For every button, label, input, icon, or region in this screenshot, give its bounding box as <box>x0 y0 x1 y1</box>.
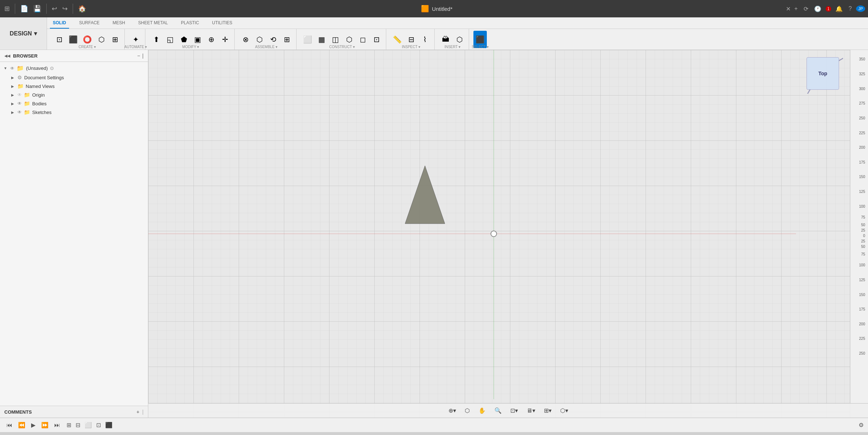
midplane-button[interactable]: ▦ <box>315 31 328 48</box>
ruler-200b: 200 <box>859 322 865 326</box>
curvature-button[interactable]: ⌇ <box>418 31 431 48</box>
midpoint-button[interactable]: ⊡ <box>370 31 383 48</box>
timeline-icon4[interactable]: ⊡ <box>95 420 102 430</box>
svg-point-4 <box>491 231 497 237</box>
end-button[interactable]: ⏭ <box>52 421 62 429</box>
design-button[interactable]: DESIGN ▾ <box>0 17 47 50</box>
home-icon[interactable]: 🏠 <box>77 3 88 14</box>
tree-eye-sketches[interactable]: 👁 <box>17 110 22 115</box>
ruler-150b: 150 <box>859 293 865 297</box>
tree-item-origin[interactable]: ▶ 👁 📁 Origin <box>0 90 148 99</box>
modify-group: ⬆ ◱ ⬟ ▣ ⊕ ✛ MODIFY ▾ <box>147 29 235 50</box>
tab-solid[interactable]: SOLID <box>50 17 69 29</box>
tangent-plane-icon: ⬡ <box>346 35 352 44</box>
browser-collapse[interactable]: ◀◀ <box>4 54 10 58</box>
select-label: SELECT ▾ <box>472 45 489 49</box>
undo-icon[interactable]: ↩ <box>50 3 59 14</box>
grid-icon[interactable]: ⊞ <box>3 3 11 14</box>
pattern-button[interactable]: ⊞ <box>109 31 122 48</box>
tree-item-doc-settings[interactable]: ▶ ⚙ Document Settings <box>0 73 148 82</box>
browser-minus[interactable]: − <box>137 53 140 59</box>
timeline-icon2[interactable]: ⊟ <box>74 420 82 430</box>
ruler-125b: 125 <box>859 278 865 282</box>
ruler-250b: 250 <box>859 351 865 355</box>
rewind-button[interactable]: ⏮ <box>4 421 14 429</box>
display-settings-button[interactable]: 🖥▾ <box>524 406 537 415</box>
combine-button[interactable]: ⊕ <box>205 31 218 48</box>
tree-eye-bodies[interactable]: 👁 <box>17 101 22 106</box>
browser-actions: − | <box>137 53 144 59</box>
extrude-button[interactable]: ⬛ <box>67 31 80 48</box>
plus-icon[interactable]: + <box>793 4 799 13</box>
tree-label-unsaved: (Unsaved) <box>26 66 48 71</box>
asbuilt-button[interactable]: ⊞ <box>280 31 293 48</box>
plane-path-button[interactable]: ◻ <box>356 31 369 48</box>
view-cube[interactable]: Top <box>807 57 843 93</box>
ruler-75b: 75 <box>861 252 865 256</box>
automate-icon: ✦ <box>133 35 139 44</box>
tab-surface[interactable]: SURFACE <box>76 17 103 29</box>
new-sketch-button[interactable]: ⊡ <box>53 31 66 48</box>
press-pull-button[interactable]: ⬆ <box>150 31 163 48</box>
joint-button[interactable]: ⊗ <box>239 31 252 48</box>
midplane-icon: ▦ <box>318 35 325 44</box>
help-icon[interactable]: ? <box>847 4 853 13</box>
tab-mesh[interactable]: MESH <box>110 17 128 29</box>
tree-item-named-views[interactable]: ▶ 📁 Named Views <box>0 82 148 90</box>
tree-arrow-root: ▼ <box>3 66 8 70</box>
tree-item-sketches[interactable]: ▶ 👁 📁 Sketches <box>0 108 148 117</box>
tree-eye-origin[interactable]: 👁 <box>17 92 22 97</box>
tree-item-root[interactable]: ▼ 👁 📁 (Unsaved) ⊙ <box>0 63 148 73</box>
section-icon: ⊟ <box>408 35 414 44</box>
tree-record-icon: ⊙ <box>50 66 54 71</box>
topbar-right: + ⟳ 🕐 1 🔔 ? JP <box>793 4 865 14</box>
move-icon: ✛ <box>222 35 228 44</box>
timeline-icon1[interactable]: ⊞ <box>65 420 73 430</box>
browser-pipe: | <box>142 53 144 59</box>
comments-section: COMMENTS + | <box>0 406 148 418</box>
fillet-button[interactable]: ◱ <box>163 31 176 48</box>
timeline-icon3[interactable]: ⬜ <box>83 420 93 430</box>
canvas-area[interactable]: 350 325 300 275 250 225 200 175 150 125 … <box>148 50 868 418</box>
move-button[interactable]: ✛ <box>218 31 231 48</box>
tree-eye-root[interactable]: 👁 <box>10 66 14 71</box>
grid-settings-button[interactable]: ⊞▾ <box>542 406 554 415</box>
ruler-100b: 100 <box>859 263 865 267</box>
clock-icon[interactable]: 🕐 <box>813 4 823 14</box>
tab-plastic[interactable]: PLASTIC <box>178 17 202 29</box>
user-avatar[interactable]: JP <box>856 5 865 12</box>
tree-label-named-views: Named Views <box>26 84 55 89</box>
file-icon[interactable]: 📄 <box>19 3 30 14</box>
pan-button[interactable]: ✋ <box>476 406 488 415</box>
close-icon[interactable]: ✕ <box>786 5 791 12</box>
motion-icon: ⟲ <box>270 35 276 44</box>
timeline-icon5[interactable]: ⬛ <box>104 420 114 430</box>
automate-group: ✦ AUTOMATE ▾ <box>126 29 145 50</box>
look-at-button[interactable]: ⬡ <box>463 406 472 415</box>
tree-arrow-doc: ▶ <box>10 76 15 80</box>
tab-sheet-metal[interactable]: SHEET METAL <box>135 17 171 29</box>
sweep-button[interactable]: ⬡ <box>95 31 108 48</box>
redo-icon[interactable]: ↪ <box>61 3 69 14</box>
orbit-button[interactable]: ⊕▾ <box>446 406 458 415</box>
refresh-icon[interactable]: ⟳ <box>802 4 810 14</box>
play-button[interactable]: ▶ <box>29 421 38 429</box>
next-button[interactable]: ⏩ <box>39 421 51 429</box>
settings-button[interactable]: ⚙ <box>859 422 864 428</box>
prev-button[interactable]: ⏪ <box>16 421 27 429</box>
env-settings-button[interactable]: ⬡▾ <box>558 406 570 415</box>
zoom-ext-button[interactable]: ⊡▾ <box>508 406 520 415</box>
tree-item-bodies[interactable]: ▶ 👁 📁 Bodies <box>0 99 148 108</box>
tree-label-origin: Origin <box>32 92 45 98</box>
comments-add[interactable]: + <box>136 409 139 415</box>
zoom-button[interactable]: 🔍 <box>492 406 504 415</box>
ruler-325: 325 <box>859 72 865 76</box>
save-icon[interactable]: 💾 <box>32 3 43 14</box>
offset-plane-button[interactable]: ⬜ <box>301 31 314 48</box>
bell-icon[interactable]: 🔔 <box>834 4 844 14</box>
tab-utilities[interactable]: UTILITIES <box>209 17 235 29</box>
playback-controls: ⏮ ⏪ ▶ ⏩ ⏭ <box>4 421 62 429</box>
app-title: Untitled* <box>432 6 452 12</box>
tree-arrow-bodies: ▶ <box>10 102 15 106</box>
notification-badge[interactable]: 1 <box>826 6 831 12</box>
